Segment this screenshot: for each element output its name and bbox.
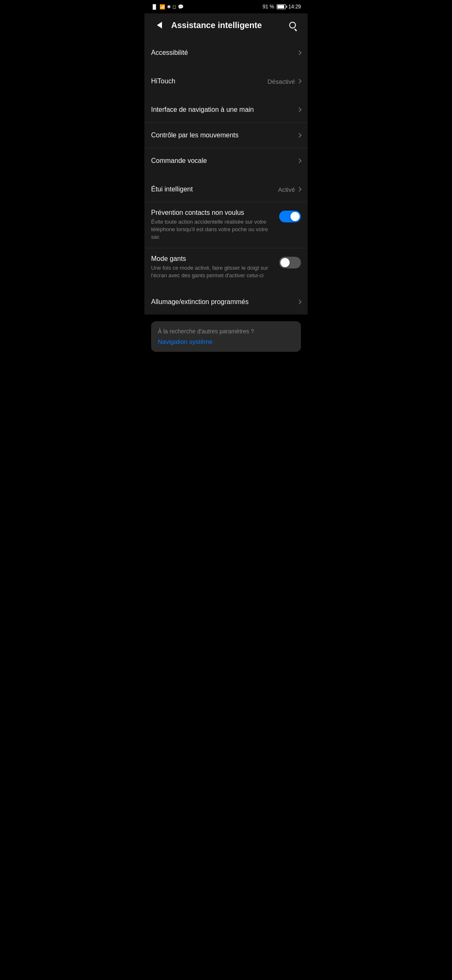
hitouch-title: HiTouch [151,77,175,85]
chevron-icon [297,79,301,83]
info-card-text: À la recherche d'autres paramètres ? [158,328,294,335]
app-bar: Assistance intelligente [144,13,308,37]
status-left: ▐▌ 📶 ✱ ◻ 💬 [151,4,184,10]
mode-gants-toggle[interactable] [279,257,301,268]
prevention-content: Prévention contacts non voulus Évite tou… [151,209,274,241]
allumage-item[interactable]: Allumage/extinction programmés [144,289,308,315]
chevron-icon [297,107,301,112]
prevention-toggle-slider [279,211,301,222]
hitouch-status: Désactivé [267,78,295,85]
mode-gants-toggle-slider [279,257,301,268]
hitouch-content: HiTouch [151,77,267,85]
mode-gants-desc: Une fois ce mode activé, faire glisser l… [151,264,274,279]
controle-title: Contrôle par les mouvements [151,132,239,139]
status-right: 91 % 14:29 [263,4,301,10]
controle-content: Contrôle par les mouvements [151,132,298,139]
search-icon [289,22,296,28]
wifi-icon: 📶 [159,4,165,10]
etui-status: Activé [278,186,295,193]
mode-gants-title: Mode gants [151,255,274,263]
navigation-title: Interface de navigation à une main [151,106,254,113]
mode-gants-item: Mode gants Une fois ce mode activé, fair… [144,248,308,286]
commande-title: Commande vocale [151,157,207,164]
navigation-content: Interface de navigation à une main [151,106,298,113]
mode-gants-toggle-container [279,255,301,268]
controle-mouvements-item[interactable]: Contrôle par les mouvements [144,123,308,148]
status-bar: ▐▌ 📶 ✱ ◻ 💬 91 % 14:29 [144,0,308,13]
etui-content: Étui intelligent [151,186,278,193]
settings-container: Accessibilité HiTouch Désactivé Interfac… [144,37,308,352]
section-divider-2 [144,65,308,69]
section-divider-1 [144,37,308,40]
prevention-title: Prévention contacts non voulus [151,209,274,217]
battery-percentage: 91 % [263,4,274,10]
allumage-content: Allumage/extinction programmés [151,298,298,306]
chevron-icon [297,50,301,55]
etui-title: Étui intelligent [151,186,193,193]
bluetooth-icon: ✱ [167,4,171,10]
etui-intelligent-item[interactable]: Étui intelligent Activé [144,177,308,202]
info-card-link[interactable]: Navigation système [158,338,294,345]
section-divider-5 [144,286,308,289]
chevron-icon [297,299,301,304]
accessibilite-item[interactable]: Accessibilité [144,40,308,65]
nfc-icon: ◻ [172,4,176,10]
page-title: Assistance intelligente [171,21,284,30]
prevention-contacts-item: Prévention contacts non voulus Évite tou… [144,202,308,248]
commande-content: Commande vocale [151,157,298,165]
prevention-toggle[interactable] [279,211,301,222]
mode-gants-content: Mode gants Une fois ce mode activé, fair… [151,255,274,279]
info-card: À la recherche d'autres paramètres ? Nav… [151,321,301,352]
prevention-toggle-container [279,209,301,222]
battery-icon [277,4,286,9]
accessibilite-content: Accessibilité [151,49,298,57]
message-icon: 💬 [178,4,184,10]
signal-icon: ▐▌ [151,4,158,9]
back-arrow-icon [157,22,162,28]
chevron-icon [297,187,301,191]
chevron-icon [297,133,301,137]
navigation-main-item[interactable]: Interface de navigation à une main [144,97,308,122]
search-button[interactable] [284,17,301,34]
section-divider-3 [144,94,308,97]
clock: 14:29 [288,4,301,10]
allumage-title: Allumage/extinction programmés [151,298,249,305]
hitouch-item[interactable]: HiTouch Désactivé [144,69,308,94]
accessibilite-title: Accessibilité [151,49,188,56]
chevron-icon [297,158,301,163]
prevention-desc: Évite toute action accidentelle réalisée… [151,218,274,241]
section-divider-4 [144,173,308,177]
commande-vocale-item[interactable]: Commande vocale [144,148,308,173]
back-button[interactable] [151,17,168,34]
